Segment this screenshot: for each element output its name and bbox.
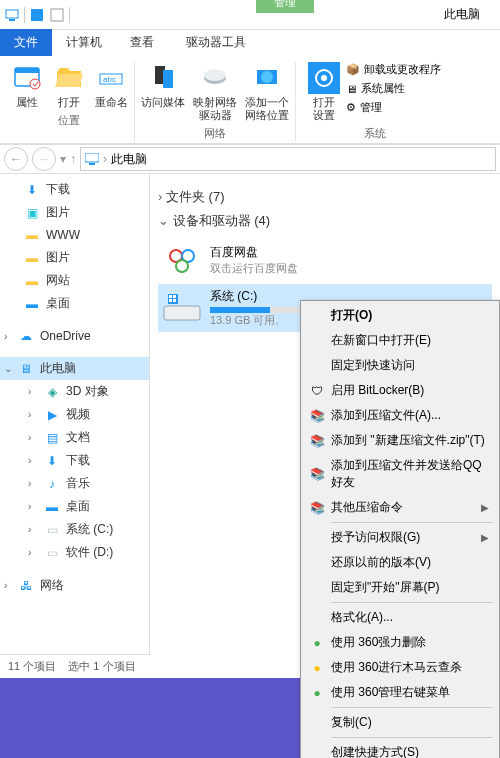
nav-back[interactable]: ← <box>4 147 28 171</box>
ctx-bitlocker[interactable]: 🛡启用 BitLocker(B) <box>303 378 497 403</box>
sidebar-desktop[interactable]: ▬桌面 <box>0 292 149 315</box>
separator <box>331 522 493 523</box>
rename-button[interactable]: abc 重命名 <box>94 62 128 109</box>
expand-icon[interactable]: › <box>28 409 31 420</box>
drive-sub: 13.9 GB 可用, <box>210 314 278 326</box>
nav-down[interactable]: ▾ <box>60 152 66 166</box>
nav-up[interactable]: ↑ <box>70 152 76 166</box>
media-button[interactable]: 访问媒体 <box>141 62 185 122</box>
ctx-addnewzip[interactable]: 📚添加到 "新建压缩文件.zip"(T) <box>303 428 497 453</box>
sidebar-thispc[interactable]: ⌄🖥此电脑 <box>0 357 149 380</box>
chevron-right-icon: ▶ <box>481 532 489 543</box>
ctx-pinstart[interactable]: 固定到"开始"屏幕(P) <box>303 575 497 600</box>
svg-point-22 <box>176 260 188 272</box>
tab-view[interactable]: 查看 <box>116 29 168 56</box>
ctx-copy[interactable]: 复制(C) <box>303 710 497 735</box>
folders-header[interactable]: › 文件夹 (7) <box>158 188 492 206</box>
folder-icon: ▬ <box>24 227 40 243</box>
ctx-open[interactable]: 打开(O) <box>303 303 497 328</box>
zip-icon: 📚 <box>309 408 325 424</box>
settings-icon[interactable] <box>308 62 340 94</box>
ribbon-group-system: 打开 设置 📦卸载或更改程序 🖥系统属性 ⚙管理 系统 <box>296 62 453 141</box>
separator <box>24 7 25 23</box>
tab-computer[interactable]: 计算机 <box>52 29 116 56</box>
collapse-icon[interactable]: ⌄ <box>4 363 12 374</box>
address-text: 此电脑 <box>111 151 147 168</box>
nav-fwd[interactable]: → <box>32 147 56 171</box>
zip-icon: 📚 <box>309 466 325 482</box>
expand-icon[interactable]: › <box>28 455 31 466</box>
separator <box>331 602 493 603</box>
manage-tab[interactable]: 管理 <box>256 0 314 13</box>
sidebar-downloads2[interactable]: ›⬇下载 <box>0 449 149 472</box>
download-icon: ⬇ <box>44 453 60 469</box>
ctx-pinquick[interactable]: 固定到快速访问 <box>303 353 497 378</box>
address-input[interactable]: › 此电脑 <box>80 147 496 171</box>
manage-link[interactable]: ⚙管理 <box>346 100 441 115</box>
download-icon: ⬇ <box>24 182 40 198</box>
ctx-sendqq[interactable]: 📚添加到压缩文件并发送给QQ好友 <box>303 453 497 495</box>
ctx-menu360[interactable]: ●使用 360管理右键菜单 <box>303 680 497 705</box>
expand-icon[interactable]: › <box>28 501 31 512</box>
sidebar-3dobjects[interactable]: ›◈3D 对象 <box>0 380 149 403</box>
ctx-grant[interactable]: 授予访问权限(G)▶ <box>303 525 497 550</box>
ctx-shortcut[interactable]: 创建快捷方式(S) <box>303 740 497 758</box>
ctx-newwin[interactable]: 在新窗口中打开(E) <box>303 328 497 353</box>
picture-icon: ▣ <box>24 205 40 221</box>
properties-button[interactable]: 属性 <box>10 62 44 109</box>
uninstall-link[interactable]: 📦卸载或更改程序 <box>346 62 441 77</box>
sidebar-www[interactable]: ▬WWW <box>0 224 149 246</box>
svg-rect-0 <box>6 10 18 18</box>
zip-icon: 📚 <box>309 433 325 449</box>
sysprop-link[interactable]: 🖥系统属性 <box>346 81 441 96</box>
ctx-restore[interactable]: 还原以前的版本(V) <box>303 550 497 575</box>
sidebar-downloads[interactable]: ⬇下载 <box>0 178 149 201</box>
item-sub: 双击运行百度网盘 <box>210 261 298 276</box>
svg-rect-18 <box>85 153 99 162</box>
separator <box>331 707 493 708</box>
titlebar: 管理 此电脑 <box>0 0 500 30</box>
devices-header[interactable]: ⌄ 设备和驱动器 (4) <box>158 212 492 230</box>
sidebar-pictures[interactable]: ▣图片 <box>0 201 149 224</box>
ctx-scan360[interactable]: ●使用 360进行木马云查杀 <box>303 655 497 680</box>
360-icon: ● <box>309 685 325 701</box>
sidebar-documents[interactable]: ›▤文档 <box>0 426 149 449</box>
undo-icon[interactable] <box>49 7 65 23</box>
expand-icon[interactable]: › <box>28 432 31 443</box>
sidebar-onedrive[interactable]: ›☁OneDrive <box>0 325 149 347</box>
ctx-addzip[interactable]: 📚添加到压缩文件(A)... <box>303 403 497 428</box>
expand-icon[interactable]: › <box>4 331 7 342</box>
chevron-right-icon: › <box>103 152 107 166</box>
doc-icon: ▤ <box>44 430 60 446</box>
separator <box>331 737 493 738</box>
expand-icon[interactable]: › <box>28 524 31 535</box>
expand-icon[interactable]: › <box>28 478 31 489</box>
network-icon: 🖧 <box>18 578 34 594</box>
expand-icon[interactable]: › <box>4 580 7 591</box>
sidebar-desktop2[interactable]: ›▬桌面 <box>0 495 149 518</box>
folder-open-icon <box>53 62 85 94</box>
expand-icon[interactable]: › <box>28 547 31 558</box>
ctx-format[interactable]: 格式化(A)... <box>303 605 497 630</box>
sidebar-videos[interactable]: ›▶视频 <box>0 403 149 426</box>
open-button[interactable]: 打开 <box>52 62 86 109</box>
mapnet-button[interactable]: 映射网络 驱动器 <box>193 62 237 122</box>
zip-icon: 📚 <box>309 500 325 516</box>
addnet-button[interactable]: 添加一个 网络位置 <box>245 62 289 122</box>
ctx-otherzip[interactable]: 📚其他压缩命令▶ <box>303 495 497 520</box>
tab-file[interactable]: 文件 <box>0 29 52 56</box>
sidebar-network[interactable]: ›🖧网络 <box>0 574 149 597</box>
chevron-right-icon: ▶ <box>481 502 489 513</box>
sidebar-pictures2[interactable]: ▬图片 <box>0 246 149 269</box>
ctx-del360[interactable]: ●使用 360强力删除 <box>303 630 497 655</box>
sidebar-softd[interactable]: ›▭软件 (D:) <box>0 541 149 564</box>
svg-rect-27 <box>169 299 172 302</box>
sidebar-music[interactable]: ›♪音乐 <box>0 472 149 495</box>
sidebar-sysc[interactable]: ›▭系统 (C:) <box>0 518 149 541</box>
baidu-item[interactable]: 百度网盘 双击运行百度网盘 <box>158 236 492 284</box>
tab-drivetools[interactable]: 驱动器工具 <box>172 29 260 56</box>
sidebar-websites[interactable]: ▬网站 <box>0 269 149 292</box>
uninstall-icon: 📦 <box>346 63 360 76</box>
save-icon[interactable] <box>29 7 45 23</box>
expand-icon[interactable]: › <box>28 386 31 397</box>
